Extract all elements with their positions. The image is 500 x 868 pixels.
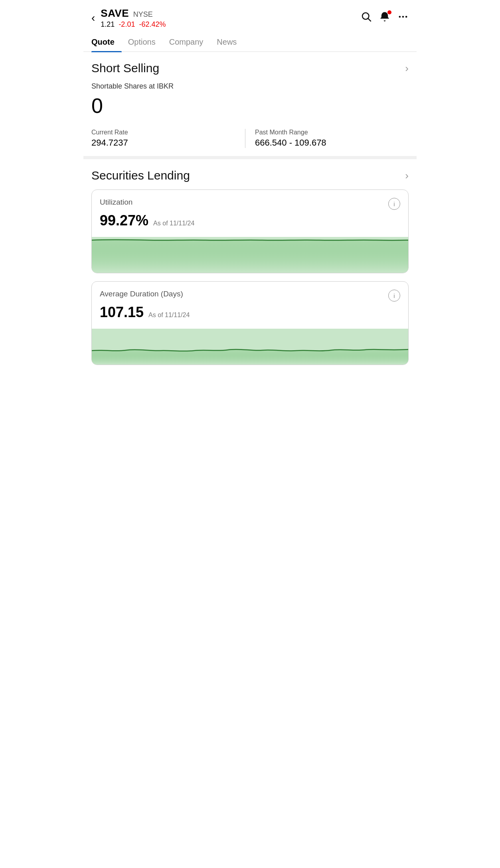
avg-duration-card: Average Duration (Days) i 107.15 As of 1…: [91, 281, 409, 365]
price-change: -2.01: [119, 20, 135, 29]
notification-button[interactable]: [379, 11, 390, 25]
back-button[interactable]: ‹: [91, 12, 95, 24]
avg-duration-title: Average Duration (Days): [100, 290, 183, 298]
more-button[interactable]: [397, 11, 409, 25]
shortable-shares-label: Shortable Shares at IBKR: [91, 82, 409, 91]
avg-duration-card-header: Average Duration (Days) i: [100, 290, 400, 302]
utilization-value-row: 99.27% As of 11/11/24: [100, 212, 400, 229]
shortable-shares-value: 0: [91, 94, 409, 118]
past-month-label: Past Month Range: [255, 129, 409, 136]
svg-line-1: [368, 18, 371, 21]
avg-duration-info-button[interactable]: i: [388, 290, 400, 302]
tab-options[interactable]: Options: [128, 34, 163, 51]
svg-point-2: [399, 16, 401, 18]
securities-lending-header[interactable]: Securities Lending ›: [91, 169, 409, 182]
securities-lending-title: Securities Lending: [91, 169, 190, 182]
short-selling-header[interactable]: Short Selling ›: [91, 61, 409, 75]
utilization-card-header: Utilization i: [100, 198, 400, 210]
short-selling-chevron-icon: ›: [405, 62, 409, 75]
price-row: 1.21 -2.01 -62.42%: [101, 20, 166, 29]
avg-duration-value-row: 107.15 As of 11/11/24: [100, 304, 400, 321]
utilization-date: As of 11/11/24: [153, 220, 194, 227]
header: ‹ SAVE NYSE 1.21 -2.01 -62.42%: [83, 0, 417, 34]
ticker-exchange: NYSE: [133, 10, 153, 18]
current-rate-label: Current Rate: [91, 129, 245, 136]
current-price: 1.21: [101, 20, 115, 29]
securities-lending-chevron-icon: ›: [405, 170, 409, 182]
header-left: ‹ SAVE NYSE 1.21 -2.01 -62.42%: [91, 7, 166, 29]
ticker-info: SAVE NYSE 1.21 -2.01 -62.42%: [101, 7, 166, 29]
svg-point-3: [402, 16, 404, 18]
tab-bar: Quote Options Company News: [83, 34, 417, 52]
svg-point-0: [362, 13, 369, 19]
utilization-chart: [92, 237, 408, 273]
search-button[interactable]: [361, 11, 372, 25]
rate-row: Current Rate 294.7237 Past Month Range 6…: [91, 129, 409, 148]
current-rate-value: 294.7237: [91, 138, 245, 148]
tab-quote[interactable]: Quote: [91, 34, 122, 51]
ticker-name-row: SAVE NYSE: [101, 7, 166, 20]
avg-duration-date: As of 11/11/24: [148, 312, 190, 319]
notification-dot: [387, 10, 391, 14]
short-selling-section: Short Selling › Shortable Shares at IBKR…: [83, 52, 417, 159]
current-rate-col: Current Rate 294.7237: [91, 129, 245, 148]
svg-point-4: [405, 16, 407, 18]
avg-duration-chart: [92, 329, 408, 365]
past-month-col: Past Month Range 666.540 - 109.678: [245, 129, 409, 148]
price-change-pct: -62.42%: [139, 20, 166, 29]
tab-news[interactable]: News: [217, 34, 244, 51]
tab-company[interactable]: Company: [169, 34, 211, 51]
ticker-symbol: SAVE: [101, 7, 129, 19]
avg-duration-value: 107.15: [100, 304, 144, 321]
utilization-info-button[interactable]: i: [388, 198, 400, 210]
header-icons: [361, 11, 409, 25]
past-month-value: 666.540 - 109.678: [255, 138, 409, 148]
utilization-card: Utilization i 99.27% As of 11/11/24: [91, 189, 409, 273]
securities-lending-section: Securities Lending › Utilization i 99.27…: [83, 159, 417, 381]
utilization-value: 99.27%: [100, 212, 148, 229]
short-selling-title: Short Selling: [91, 61, 159, 75]
utilization-title: Utilization: [100, 198, 132, 207]
